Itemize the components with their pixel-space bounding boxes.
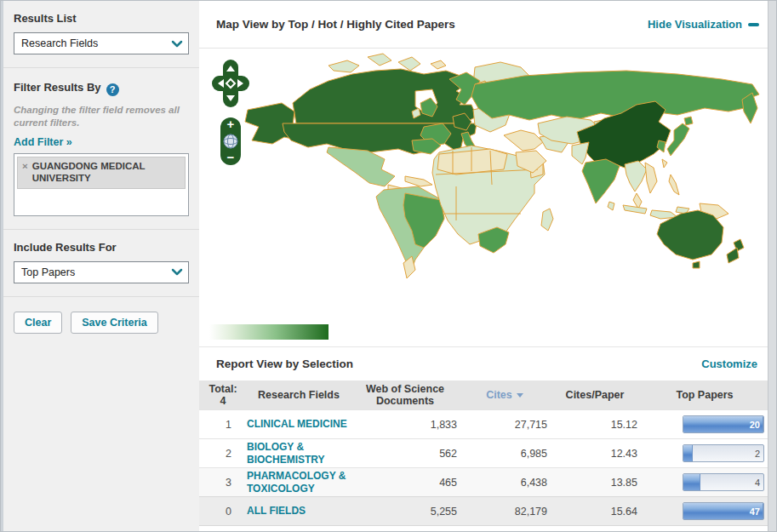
map-panel-header: Map View by Top / Hot / Highly Cited Pap…: [199, 1, 769, 49]
row-rank: 1: [199, 419, 247, 431]
map-zoom-control[interactable]: + −: [220, 117, 242, 166]
filter-note: Changing the filter field removes all cu…: [14, 104, 189, 130]
sidebar: Results List Research Fields Filter Resu…: [1, 1, 199, 531]
table-row: 2 BIOLOGY & BIOCHEMISTRY 562 6,985 12.43…: [199, 438, 769, 467]
column-header-field: Research Fields: [247, 389, 351, 401]
help-icon[interactable]: ?: [106, 83, 119, 96]
remove-filter-icon[interactable]: ×: [22, 160, 28, 186]
row-rank: 2: [199, 448, 247, 460]
zoom-in-icon[interactable]: +: [227, 117, 235, 131]
vertical-scrollbar[interactable]: [768, 1, 776, 531]
table-row: 1 CLINICAL MEDICINE 1,833 27,715 15.12 2…: [199, 409, 769, 438]
top-papers-cell: 20: [640, 415, 769, 433]
total-header: Total: 4: [199, 383, 247, 407]
esi-application-window: Results List Research Fields Filter Resu…: [0, 0, 777, 532]
cites-per-paper-value: 15.12: [550, 419, 640, 431]
top-papers-value: 20: [750, 420, 760, 430]
column-header-cites-sort[interactable]: Cites: [460, 389, 550, 401]
top-papers-value: 4: [755, 478, 760, 488]
top-papers-bar: 20: [683, 415, 764, 433]
documents-value: 465: [351, 477, 460, 489]
top-papers-cell: 2: [640, 444, 769, 462]
include-results-dropdown[interactable]: Top Papers: [14, 261, 189, 283]
map-panel-title: Map View by Top / Hot / Highly Cited Pap…: [216, 18, 455, 31]
main-content: Map View by Top / Hot / Highly Cited Pap…: [199, 1, 769, 531]
cites-per-paper-value: 12.43: [550, 448, 640, 460]
cites-value: 6,438: [460, 477, 550, 489]
map-pan-control[interactable]: [211, 59, 250, 108]
top-papers-cell: 47: [640, 502, 769, 520]
research-field-link[interactable]: ALL FIELDS: [247, 505, 351, 517]
row-rank: 3: [199, 477, 247, 489]
report-panel-title: Report View by Selection: [216, 358, 353, 370]
filter-section: Filter Results By? Changing the filter f…: [3, 68, 199, 230]
cites-value: 82,179: [460, 506, 550, 518]
sidebar-buttons: Clear Save Criteria: [3, 297, 199, 348]
column-header-documents: Web of Science Documents: [351, 383, 460, 407]
documents-value: 5,255: [351, 506, 460, 518]
filter-chip-label: GUANGDONG MEDICAL UNIVERSITY: [32, 160, 180, 186]
cites-value: 6,985: [460, 448, 550, 460]
zoom-out-icon[interactable]: −: [227, 150, 235, 164]
table-row: 3 PHARMACOLOGY & TOXICOLOGY 465 6,438 13…: [199, 467, 769, 496]
research-field-link[interactable]: PHARMACOLOGY & TOXICOLOGY: [247, 470, 351, 494]
clear-button[interactable]: Clear: [14, 312, 62, 334]
cites-value: 27,715: [460, 419, 550, 431]
hide-visualization-label: Hide Visualization: [648, 18, 742, 31]
results-list-title: Results List: [14, 12, 189, 25]
results-list-section: Results List Research Fields: [3, 1, 199, 68]
column-header-top-papers: Top Papers: [640, 389, 769, 401]
top-papers-value: 47: [750, 506, 760, 517]
documents-value: 562: [351, 448, 460, 460]
chevron-down-icon: [171, 40, 183, 48]
top-papers-bar: 47: [683, 502, 764, 520]
map-visualization: + −: [199, 49, 769, 346]
top-papers-cell: 4: [640, 473, 769, 491]
cites-per-paper-value: 15.64: [550, 506, 640, 518]
chevron-down-icon: [171, 268, 183, 276]
column-header-cites-per-paper: Cites/Paper: [550, 389, 640, 401]
cites-per-paper-value: 13.85: [550, 477, 640, 489]
filter-section-title: Filter Results By: [14, 81, 101, 94]
top-papers-value: 2: [755, 449, 760, 459]
save-criteria-button[interactable]: Save Criteria: [71, 312, 157, 334]
top-papers-bar: 2: [683, 444, 764, 462]
include-results-selected-value: Top Papers: [21, 266, 75, 278]
results-list-dropdown[interactable]: Research Fields: [14, 32, 189, 54]
results-list-selected-value: Research Fields: [21, 37, 98, 49]
top-papers-bar: 4: [683, 473, 764, 491]
globe-icon[interactable]: [224, 134, 237, 148]
choropleth-legend-gradient: [209, 324, 329, 340]
include-results-title: Include Results For: [14, 241, 189, 254]
world-map[interactable]: [201, 50, 763, 319]
filter-chip: × GUANGDONG MEDICAL UNIVERSITY: [17, 157, 186, 190]
row-rank: 0: [199, 506, 247, 518]
research-field-link[interactable]: CLINICAL MEDICINE: [247, 418, 351, 430]
sort-down-icon: [517, 393, 523, 398]
customize-link[interactable]: Customize: [701, 358, 757, 370]
report-panel-header: Report View by Selection Customize: [199, 346, 769, 380]
active-filters-box: × GUANGDONG MEDICAL UNIVERSITY: [14, 153, 189, 216]
table-row-all-fields: 0 ALL FIELDS 5,255 82,179 15.64 47: [199, 496, 769, 526]
documents-value: 1,833: [351, 419, 460, 431]
results-table: Total: 4 Research Fields Web of Science …: [199, 380, 769, 526]
add-filter-link[interactable]: Add Filter »: [14, 136, 72, 148]
minus-icon: [748, 23, 759, 26]
include-results-section: Include Results For Top Papers: [3, 230, 199, 297]
research-field-link[interactable]: BIOLOGY & BIOCHEMISTRY: [247, 441, 351, 465]
hide-visualization-link[interactable]: Hide Visualization: [648, 18, 759, 31]
table-header-row: Total: 4 Research Fields Web of Science …: [199, 380, 769, 409]
